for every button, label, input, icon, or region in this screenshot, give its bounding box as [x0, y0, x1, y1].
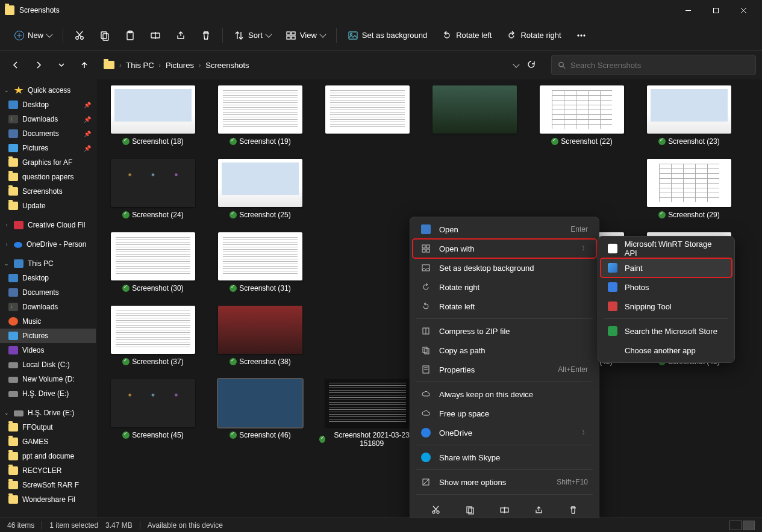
- ctx-open-with[interactable]: Open with〉: [413, 239, 596, 258]
- rotate-left-button[interactable]: Rotate left: [436, 25, 498, 46]
- sidebar-documents[interactable]: Documents📌: [0, 126, 96, 141]
- back-button[interactable]: [6, 55, 25, 75]
- sidebar-this-pc[interactable]: ⌄This PC: [0, 256, 96, 271]
- file-item[interactable]: Screenshot (45): [105, 379, 201, 448]
- sidebar-graphics[interactable]: Graphics for AF: [0, 155, 96, 170]
- sidebar-pc-music[interactable]: Music: [0, 314, 96, 329]
- ctx-delete-button[interactable]: [563, 501, 584, 518]
- details-view-button[interactable]: [729, 521, 742, 530]
- ctx-share-button[interactable]: [529, 501, 549, 518]
- ctx-rotate-left[interactable]: Rotate left: [413, 297, 596, 316]
- submenu-paint[interactable]: Paint: [601, 258, 732, 277]
- address-bar[interactable]: › This PC › Pictures › Screenshots: [98, 55, 548, 75]
- view-button[interactable]: View: [280, 25, 331, 46]
- sort-button[interactable]: Sort: [228, 25, 277, 46]
- forward-button[interactable]: [29, 55, 48, 75]
- thumbnails-view-button[interactable]: [743, 521, 755, 530]
- ctx-free-up[interactable]: Free up space: [413, 404, 596, 423]
- sidebar-pc-pictures[interactable]: Pictures: [0, 329, 96, 343]
- sidebar-new-volume-d[interactable]: New Volume (D:: [0, 372, 96, 386]
- file-item[interactable]: Screenshot (29): [641, 159, 737, 219]
- sidebar-question-papers[interactable]: question papers: [0, 170, 96, 184]
- sidebar-screenshots[interactable]: Screenshots: [0, 184, 96, 199]
- file-item[interactable]: [319, 159, 416, 219]
- ctx-compress[interactable]: Compress to ZIP file: [413, 321, 596, 341]
- sidebar-pictures[interactable]: Pictures📌: [0, 141, 96, 155]
- copy-button[interactable]: [93, 25, 116, 46]
- up-button[interactable]: [75, 55, 94, 75]
- breadcrumb-pictures[interactable]: Pictures: [166, 61, 194, 70]
- sidebar-screwsoft[interactable]: ScrewSoft RAR F: [0, 478, 96, 492]
- sidebar-onedrive[interactable]: ›OneDrive - Person: [0, 237, 96, 252]
- file-item[interactable]: [534, 159, 630, 219]
- file-item[interactable]: Screenshot (23): [641, 85, 737, 146]
- file-item[interactable]: Screenshot (25): [212, 159, 308, 219]
- file-item[interactable]: Screenshot (37): [105, 306, 201, 366]
- file-item[interactable]: [426, 85, 523, 146]
- ctx-show-more[interactable]: Show more optionsShift+F10: [413, 472, 596, 492]
- file-item[interactable]: Screenshot 2021-03-23 151809: [319, 379, 416, 448]
- sidebar-games[interactable]: GAMES: [0, 435, 96, 449]
- sidebar-pc-videos[interactable]: Videos: [0, 343, 96, 357]
- submenu-search-store[interactable]: Search the Microsoft Store: [601, 321, 732, 341]
- file-item[interactable]: [319, 306, 416, 366]
- submenu-winrt[interactable]: Microsoft WinRT Storage API: [601, 239, 732, 258]
- file-item[interactable]: Screenshot (19): [212, 85, 308, 146]
- sidebar-pc-downloads[interactable]: Downloads: [0, 300, 96, 314]
- paste-button[interactable]: [119, 25, 142, 46]
- ctx-skype[interactable]: Share with Skype: [413, 448, 596, 467]
- search-input[interactable]: [570, 61, 749, 70]
- share-button[interactable]: [169, 25, 192, 46]
- submenu-photos[interactable]: Photos: [601, 277, 732, 297]
- file-item[interactable]: [319, 232, 416, 292]
- ctx-onedrive[interactable]: OneDrive〉: [413, 423, 596, 442]
- refresh-button[interactable]: [527, 60, 536, 70]
- delete-button[interactable]: [195, 25, 217, 46]
- sidebar-local-disk-c[interactable]: Local Disk (C:): [0, 357, 96, 372]
- recent-button[interactable]: [52, 55, 71, 75]
- file-item[interactable]: [426, 159, 523, 219]
- more-button[interactable]: [570, 25, 593, 46]
- sidebar-pc-documents[interactable]: Documents: [0, 285, 96, 300]
- ctx-rotate-right[interactable]: Rotate right: [413, 277, 596, 297]
- ctx-open[interactable]: OpenEnter: [413, 220, 596, 239]
- search-box[interactable]: [551, 55, 756, 75]
- sidebar-ffoutput[interactable]: FFOutput: [0, 420, 96, 435]
- cut-button[interactable]: [68, 25, 91, 46]
- sidebar-downloads[interactable]: Downloads📌: [0, 112, 96, 126]
- file-item[interactable]: Screenshot (38): [212, 306, 308, 366]
- file-grid[interactable]: Screenshot (18) Screenshot (19) Screensh…: [96, 79, 762, 518]
- rename-button[interactable]: [144, 25, 167, 46]
- maximize-button[interactable]: [702, 0, 729, 20]
- close-button[interactable]: [729, 0, 757, 20]
- sidebar-creative-cloud[interactable]: ›Creative Cloud Fil: [0, 218, 96, 232]
- breadcrumb-this-pc[interactable]: This PC: [126, 61, 154, 70]
- ctx-always-keep[interactable]: Always keep on this device: [413, 385, 596, 404]
- sidebar-hs-drive-e-2[interactable]: ⌄H.Ş. Drive (E:): [0, 406, 96, 420]
- ctx-cut-button[interactable]: [426, 501, 446, 518]
- ctx-copy-path[interactable]: Copy as path: [413, 341, 596, 360]
- chevron-down-icon[interactable]: [513, 61, 519, 67]
- sidebar-desktop[interactable]: Desktop📌: [0, 97, 96, 112]
- sidebar-quick-access[interactable]: ⌄Quick access: [0, 83, 96, 97]
- ctx-set-bg[interactable]: Set as desktop background: [413, 258, 596, 277]
- sidebar-hs-drive-e[interactable]: H.Ş. Drive (E:): [0, 386, 96, 401]
- file-item-selected[interactable]: Screenshot (46): [212, 379, 308, 448]
- sidebar-wondershare[interactable]: Wondershare Fil: [0, 492, 96, 507]
- sidebar-recycler[interactable]: RECYCLER: [0, 463, 96, 478]
- sidebar-ppt[interactable]: ppt and docume: [0, 449, 96, 463]
- ctx-copy-button[interactable]: [460, 501, 481, 518]
- file-item[interactable]: Screenshot (31): [212, 232, 308, 292]
- file-item[interactable]: Screenshot (18): [105, 85, 201, 146]
- file-item[interactable]: Screenshot (24): [105, 159, 201, 219]
- sidebar-pc-desktop[interactable]: Desktop: [0, 271, 96, 285]
- ctx-rename-button[interactable]: [495, 501, 515, 518]
- file-item[interactable]: [319, 85, 416, 146]
- file-item[interactable]: Screenshot (30): [105, 232, 201, 292]
- minimize-button[interactable]: [674, 0, 702, 20]
- submenu-choose-another[interactable]: Choose another app: [601, 341, 732, 360]
- breadcrumb-screenshots[interactable]: Screenshots: [205, 61, 249, 70]
- submenu-snipping-tool[interactable]: Snipping Tool: [601, 297, 732, 316]
- rotate-right-button[interactable]: Rotate right: [500, 25, 567, 46]
- ctx-properties[interactable]: PropertiesAlt+Enter: [413, 360, 596, 379]
